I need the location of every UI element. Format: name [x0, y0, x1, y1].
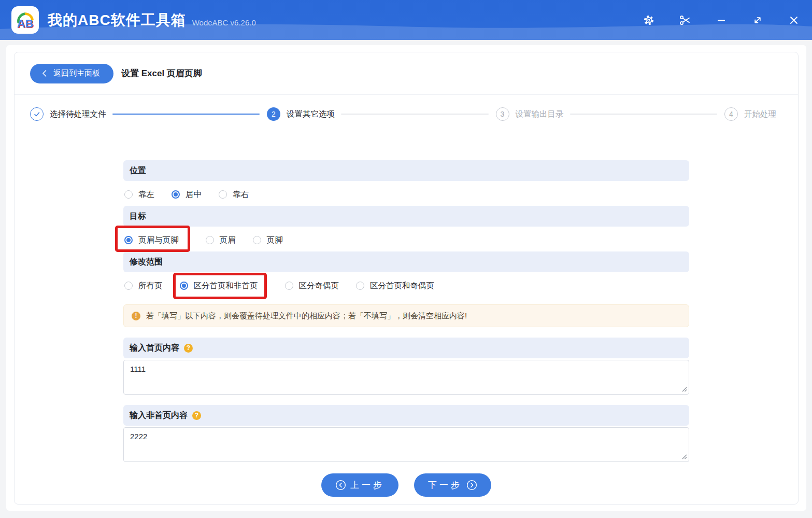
back-button-label: 返回到主面板	[53, 68, 100, 78]
step-start-processing: 4 开始处理	[724, 107, 782, 121]
radio-icon[interactable]	[219, 190, 227, 199]
first-page-content-input[interactable]: 1111	[123, 360, 689, 395]
next-step-button[interactable]: 下一步	[414, 473, 491, 497]
section-title: 位置	[130, 165, 146, 176]
radio-option-align-right[interactable]: 靠右	[219, 189, 249, 200]
warning-icon: !	[132, 312, 140, 320]
section-header-other-pages: 输入非首页内容 ?	[123, 405, 689, 426]
section-title: 修改范围	[130, 257, 163, 268]
wizard-card: 返回到主面板 设置 Excel 页眉页脚 选择待处理文件 2 设置其它选项	[14, 52, 799, 505]
help-icon[interactable]: ?	[192, 411, 201, 420]
form-content: 位置 靠左 居中 靠右 目标	[123, 133, 689, 497]
section-header-scope: 修改范围	[123, 251, 689, 272]
step-4-circle: 4	[724, 107, 738, 121]
step-1-done-circle	[30, 107, 44, 121]
other-pages-content-input[interactable]: 2222	[123, 427, 689, 462]
titlebar: AB AB 我的ABC软件工具箱 WodeABC v6.26.0	[0, 0, 812, 40]
radio-label: 靠左	[138, 189, 154, 200]
radio-label: 页脚	[267, 235, 283, 246]
close-icon[interactable]	[787, 13, 800, 26]
maximize-icon[interactable]	[751, 13, 764, 26]
first-page-content-section: 输入首页内容 ? 1111	[123, 338, 689, 395]
check-icon	[33, 110, 40, 118]
warning-notice: ! 若「填写」以下内容，则会覆盖待处理文件中的相应内容；若「不填写」，则会清空相…	[123, 304, 689, 327]
resize-grip-icon[interactable]	[682, 454, 687, 459]
circle-chevron-left-icon	[335, 480, 346, 491]
section-title: 目标	[130, 211, 146, 222]
radio-option-first-vs-other[interactable]: 区分首页和非首页	[180, 281, 258, 291]
wizard-nav-buttons: 上一步 下一步	[123, 473, 689, 497]
circle-chevron-right-icon	[466, 480, 477, 491]
radio-label: 区分首页和奇偶页	[370, 281, 434, 291]
section-title: 输入首页内容	[130, 343, 179, 354]
scissors-icon[interactable]	[678, 13, 691, 26]
wizard-stepper: 选择待处理文件 2 设置其它选项 3 设置输出目录 4 开始处理	[15, 95, 798, 133]
radio-icon[interactable]	[356, 282, 364, 290]
radio-label: 页眉与页脚	[138, 235, 179, 246]
radio-icon[interactable]	[124, 282, 133, 290]
radio-label: 页眉	[220, 235, 236, 246]
radio-icon[interactable]	[253, 236, 261, 244]
app-title: 我的ABC软件工具箱	[48, 10, 186, 30]
step-3-circle: 3	[496, 107, 509, 121]
next-step-label: 下一步	[428, 479, 462, 491]
step-output-dir: 3 设置输出目录	[496, 107, 570, 121]
section-header-first-page: 输入首页内容 ?	[123, 338, 689, 358]
section-header-target: 目标	[123, 206, 689, 227]
radio-icon[interactable]	[206, 236, 214, 244]
radio-option-header-and-footer[interactable]: 页眉与页脚	[124, 235, 179, 246]
other-pages-content-section: 输入非首页内容 ? 2222	[123, 405, 689, 462]
app-logo: AB AB	[11, 6, 39, 34]
warning-text: 若「填写」以下内容，则会覆盖待处理文件中的相应内容；若「不填写」，则会清空相应内…	[146, 311, 467, 321]
radio-icon-selected[interactable]	[180, 282, 188, 290]
radio-label: 区分首页和非首页	[194, 281, 258, 291]
radio-label: 靠右	[233, 189, 249, 200]
step-select-files: 选择待处理文件	[30, 107, 112, 121]
step-connector-pending	[570, 114, 718, 115]
position-radio-group: 靠左 居中 靠右	[123, 181, 689, 206]
section-header-position: 位置	[123, 160, 689, 181]
scope-radio-group: 所有页 区分首页和非首页 区分奇偶页 区分首页和奇偶页	[123, 272, 689, 297]
section-title: 输入非首页内容	[130, 410, 188, 421]
step-connector-pending	[341, 114, 489, 115]
previous-step-label: 上一步	[350, 479, 384, 491]
page-title: 设置 Excel 页眉页脚	[121, 67, 202, 79]
step-4-label: 开始处理	[744, 109, 776, 120]
radio-option-header[interactable]: 页眉	[206, 235, 236, 246]
step-connector-done	[112, 114, 260, 115]
settings-gear-icon[interactable]	[642, 13, 655, 26]
app-version: WodeABC v6.26.0	[192, 18, 256, 27]
previous-step-button[interactable]: 上一步	[321, 473, 398, 497]
radio-option-first-and-odd-even[interactable]: 区分首页和奇偶页	[356, 281, 434, 291]
minimize-icon[interactable]	[715, 13, 728, 26]
radio-option-footer[interactable]: 页脚	[253, 235, 283, 246]
chevron-left-icon	[41, 69, 47, 77]
step-2-label: 设置其它选项	[287, 109, 335, 120]
card-header: 返回到主面板 设置 Excel 页眉页脚	[15, 52, 798, 95]
back-to-dashboard-button[interactable]: 返回到主面板	[30, 64, 113, 83]
radio-option-align-left[interactable]: 靠左	[124, 189, 154, 200]
radio-icon[interactable]	[124, 190, 133, 199]
main-panel: 返回到主面板 设置 Excel 页眉页脚 选择待处理文件 2 设置其它选项	[6, 45, 806, 511]
target-radio-group: 页眉与页脚 页眉 页脚	[123, 227, 689, 251]
radio-icon[interactable]	[285, 282, 293, 290]
radio-icon-selected[interactable]	[172, 190, 180, 199]
radio-option-all-pages[interactable]: 所有页	[124, 281, 163, 291]
resize-grip-icon[interactable]	[682, 387, 687, 392]
radio-option-odd-even[interactable]: 区分奇偶页	[285, 281, 339, 291]
radio-option-align-center[interactable]: 居中	[172, 189, 202, 200]
logo-text: AB	[17, 17, 33, 30]
radio-label: 居中	[186, 189, 202, 200]
help-icon[interactable]: ?	[184, 344, 193, 353]
step-1-label: 选择待处理文件	[50, 109, 106, 120]
radio-icon-selected[interactable]	[124, 236, 133, 244]
step-other-options: 2 设置其它选项	[267, 107, 341, 121]
step-2-active-circle: 2	[267, 107, 280, 121]
radio-label: 所有页	[138, 281, 163, 291]
step-3-label: 设置输出目录	[516, 109, 564, 120]
radio-label: 区分奇偶页	[299, 281, 339, 291]
